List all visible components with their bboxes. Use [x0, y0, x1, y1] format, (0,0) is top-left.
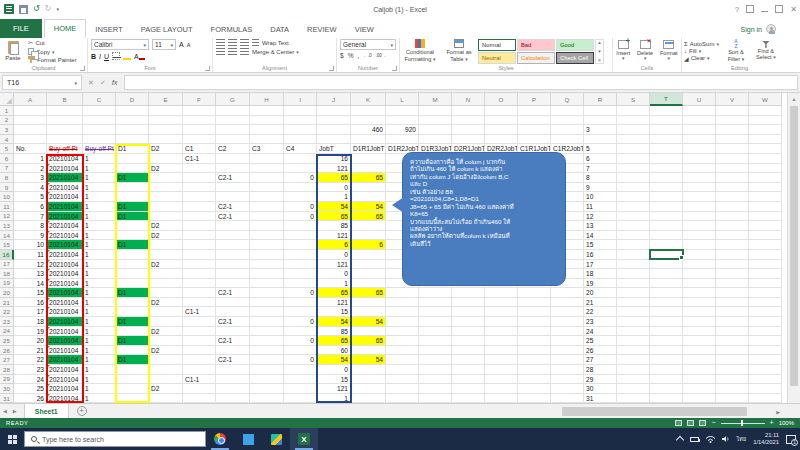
cell[interactable]: 20210104: [47, 307, 83, 317]
cell[interactable]: [183, 164, 216, 174]
cell[interactable]: [250, 154, 284, 164]
cell[interactable]: 0: [284, 212, 317, 222]
cell[interactable]: [650, 135, 683, 145]
cell[interactable]: 21: [584, 298, 617, 308]
cell[interactable]: [149, 365, 183, 375]
cell[interactable]: 1: [317, 394, 351, 403]
cell[interactable]: [452, 298, 485, 308]
cell[interactable]: 20210104: [47, 327, 83, 337]
cell[interactable]: [351, 231, 386, 241]
cell[interactable]: 21: [14, 346, 47, 356]
cell[interactable]: [351, 394, 386, 403]
cell[interactable]: [149, 317, 183, 327]
cell[interactable]: 17: [14, 307, 47, 317]
cell[interactable]: [617, 355, 650, 365]
cell[interactable]: 26: [14, 394, 47, 403]
cell[interactable]: [617, 164, 650, 174]
cell[interactable]: 121: [317, 260, 351, 270]
cell[interactable]: [116, 154, 149, 164]
cell[interactable]: 19: [584, 279, 617, 289]
cell[interactable]: [551, 365, 584, 375]
cell[interactable]: [683, 288, 716, 298]
cell[interactable]: [183, 231, 216, 241]
cell[interactable]: [250, 279, 284, 289]
cell[interactable]: 1: [83, 212, 116, 222]
tab-insert[interactable]: INSERT: [86, 21, 131, 38]
cell[interactable]: [317, 125, 351, 135]
cell[interactable]: [386, 384, 419, 394]
cell[interactable]: 20210104: [47, 240, 83, 250]
cell[interactable]: [749, 298, 782, 308]
cell[interactable]: [116, 116, 149, 126]
cell[interactable]: C2: [216, 144, 250, 154]
cell[interactable]: [485, 375, 518, 385]
cell[interactable]: [250, 394, 284, 403]
cell[interactable]: 65: [317, 212, 351, 222]
cell[interactable]: C2-1: [216, 202, 250, 212]
cell[interactable]: [551, 125, 584, 135]
horizontal-scrollbar[interactable]: ▶: [556, 406, 780, 417]
cell[interactable]: 22: [14, 355, 47, 365]
cell[interactable]: [116, 106, 149, 116]
cell[interactable]: [617, 173, 650, 183]
cell[interactable]: [250, 288, 284, 298]
cell[interactable]: [116, 394, 149, 403]
cell[interactable]: [716, 327, 749, 337]
cell[interactable]: [351, 164, 386, 174]
column-header-H[interactable]: H: [250, 93, 284, 106]
cell[interactable]: [386, 336, 419, 346]
cell[interactable]: [284, 327, 317, 337]
cell[interactable]: D2: [149, 384, 183, 394]
cell[interactable]: [452, 288, 485, 298]
cell[interactable]: D1: [116, 202, 149, 212]
cell[interactable]: [284, 183, 317, 193]
column-header-M[interactable]: M: [419, 93, 452, 106]
cell[interactable]: [250, 212, 284, 222]
cell[interactable]: 1: [83, 221, 116, 231]
cell[interactable]: [351, 307, 386, 317]
cell[interactable]: [749, 202, 782, 212]
paste-button[interactable]: Paste: [0, 38, 26, 64]
cell[interactable]: [284, 307, 317, 317]
cell[interactable]: [183, 106, 216, 116]
cell[interactable]: [216, 183, 250, 193]
cell[interactable]: [617, 279, 650, 289]
cell[interactable]: [683, 336, 716, 346]
cell[interactable]: 0: [284, 317, 317, 327]
cut-button[interactable]: ✂Cut: [28, 39, 77, 47]
cell[interactable]: [683, 240, 716, 250]
cell[interactable]: 65: [351, 173, 386, 183]
cell[interactable]: [650, 164, 683, 174]
cell[interactable]: [617, 106, 650, 116]
cell[interactable]: [749, 183, 782, 193]
cell[interactable]: [250, 183, 284, 193]
cell[interactable]: 29: [584, 375, 617, 385]
cell[interactable]: [650, 355, 683, 365]
cell[interactable]: [216, 279, 250, 289]
cell[interactable]: [749, 365, 782, 375]
cell[interactable]: [216, 106, 250, 116]
cell[interactable]: [116, 307, 149, 317]
cell[interactable]: [216, 346, 250, 356]
cell[interactable]: 4: [14, 183, 47, 193]
cell[interactable]: [551, 394, 584, 403]
cell[interactable]: [386, 355, 419, 365]
cell[interactable]: 23: [14, 365, 47, 375]
cell[interactable]: 65: [317, 288, 351, 298]
name-box[interactable]: T16▾: [2, 75, 82, 90]
cell[interactable]: [419, 298, 452, 308]
zoom-out-icon[interactable]: −: [711, 420, 715, 426]
cell[interactable]: D2: [149, 327, 183, 337]
cell[interactable]: [683, 298, 716, 308]
cell[interactable]: [216, 298, 250, 308]
cell[interactable]: 16: [14, 298, 47, 308]
cell[interactable]: 0: [284, 336, 317, 346]
cell[interactable]: [351, 183, 386, 193]
cell[interactable]: [617, 384, 650, 394]
cell[interactable]: [216, 269, 250, 279]
cell[interactable]: 6: [14, 202, 47, 212]
cell[interactable]: 121: [317, 384, 351, 394]
cell[interactable]: [386, 116, 419, 126]
cell[interactable]: [518, 384, 551, 394]
cell[interactable]: [116, 375, 149, 385]
